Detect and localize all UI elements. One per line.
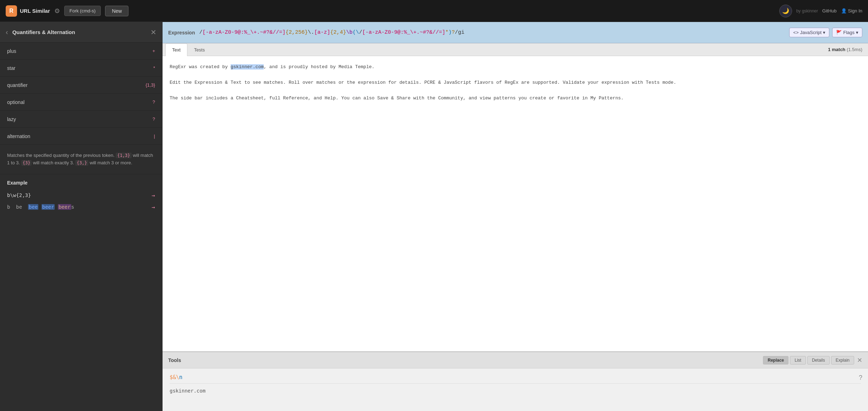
dark-mode-button[interactable]: 🌙 xyxy=(779,5,792,17)
example-section: Example b\w{2,3} → b be bee beer beer s … xyxy=(0,174,162,218)
flags-label: Flags xyxy=(843,30,855,35)
text-tabs: Text Tests 1 match (1.5ms) xyxy=(163,43,868,56)
sidebar-item-badge: + xyxy=(152,48,155,54)
sidebar: ‹ Quantifiers & Alternation ✕ plus + sta… xyxy=(0,22,163,411)
sidebar-item-label: plus xyxy=(7,48,152,54)
sidebar-item-alternation[interactable]: alternation | xyxy=(0,128,162,145)
code-3: {3,} xyxy=(75,160,88,166)
match-s: s xyxy=(71,204,74,210)
sidebar-header: ‹ Quantifiers & Alternation ✕ xyxy=(0,22,162,43)
tools-result: gskinner.com xyxy=(170,383,861,394)
expr-slash-open: / xyxy=(199,29,202,35)
expr-word-boundary: \b xyxy=(346,29,353,35)
description-text: Matches the specified quantity of the pr… xyxy=(7,153,153,165)
match-space2 xyxy=(55,204,57,210)
sidebar-description: Matches the specified quantity of the pr… xyxy=(0,145,162,174)
tab-tests[interactable]: Tests xyxy=(187,43,211,56)
example-arrow-icon[interactable]: → xyxy=(152,192,155,199)
logo-icon: R xyxy=(6,5,17,17)
expr-quant-2: {2,4} xyxy=(330,29,346,35)
sidebar-item-plus[interactable]: plus + xyxy=(0,43,162,60)
match-count: 1 match (1.5ms) xyxy=(828,47,868,52)
right-panel: Expression /[-a-zA-Z0-9@:%_\+.~#?&//=]{2… xyxy=(163,22,868,411)
tool-replace-button[interactable]: Replace xyxy=(763,356,789,365)
n-char: n xyxy=(179,374,182,380)
by-text: by gskinner xyxy=(796,9,818,13)
text-panel: Text Tests 1 match (1.5ms) RegExr was cr… xyxy=(163,43,868,351)
expression-display[interactable]: /[-a-zA-Z0-9@:%_\+.~#?&//=]{2,256}\.[a-z… xyxy=(199,29,785,35)
sidebar-item-label: quantifier xyxy=(7,82,145,88)
match-word-b: b be xyxy=(7,204,28,210)
app-name: URL Similar xyxy=(20,8,50,14)
expression-label: Expression xyxy=(168,30,195,35)
sidebar-item-badge: ? xyxy=(153,116,155,122)
tools-header: Tools Replace List Details Explain ✕ xyxy=(163,352,868,368)
sidebar-item-label: optional xyxy=(7,99,153,105)
sidebar-close-button[interactable]: ✕ xyxy=(150,28,156,37)
expression-flags: <> JavaScript ▾ 🚩 Flags ▾ xyxy=(789,28,862,37)
tools-body: $&\n ? gskinner.com xyxy=(163,368,868,411)
lang-chevron-icon: ▾ xyxy=(823,30,825,35)
example-expr-text: b\w{2,3} xyxy=(7,192,31,198)
tool-list-button[interactable]: List xyxy=(790,356,806,365)
text-match: gskinner.com xyxy=(231,64,264,70)
expression-bar: Expression /[-a-zA-Z0-9@:%_\+.~#?&//=]{2… xyxy=(163,22,868,43)
app-logo: R URL Similar xyxy=(6,5,50,17)
sidebar-item-badge: {1,3} xyxy=(145,82,155,88)
sidebar-item-badge: | xyxy=(154,133,155,139)
text-content-area[interactable]: RegExr was created by gskinner.com, and … xyxy=(163,56,868,351)
expr-charset: [-a-zA-Z0-9@:%_\+.~#?&//=] xyxy=(203,29,286,35)
match-highlight-bee: bee xyxy=(28,204,38,210)
tools-close-button[interactable]: ✕ xyxy=(857,356,862,364)
sidebar-back-button[interactable]: ‹ xyxy=(6,28,8,36)
tools-panel: Tools Replace List Details Explain ✕ $&\… xyxy=(163,351,868,411)
example-expression: b\w{2,3} → xyxy=(7,191,155,200)
flags-chevron-icon: ▾ xyxy=(856,30,858,35)
match-highlight-beers-partial: beer xyxy=(58,204,71,210)
sign-in-button[interactable]: 👤 Sign In xyxy=(841,8,862,13)
new-button[interactable]: New xyxy=(105,6,128,16)
sidebar-list: plus + star * quantifier {1,3} optional … xyxy=(0,43,162,145)
sidebar-item-star[interactable]: star * xyxy=(0,60,162,77)
expr-group-open: (\ xyxy=(353,29,359,35)
sidebar-title: Quantifiers & Alternation xyxy=(12,29,150,35)
fork-button[interactable]: Fork (cmd-s) xyxy=(64,6,101,16)
code-2: {3} xyxy=(21,160,32,166)
sidebar-item-quantifier[interactable]: quantifier {1,3} xyxy=(0,77,162,94)
expr-group-close: ) xyxy=(449,29,452,35)
tools-result-text: gskinner.com xyxy=(170,388,205,394)
match-highlight-beer: beer xyxy=(42,204,55,210)
expr-charset-3: [-a-zA-Z0-9@:%_\+.~#?&//=] xyxy=(362,29,445,35)
top-navigation: R URL Similar ⚙ Fork (cmd-s) New 🌙 by gs… xyxy=(0,0,868,22)
tool-explain-button[interactable]: Explain xyxy=(831,356,854,365)
tools-buttons: Replace List Details Explain xyxy=(763,356,854,365)
sidebar-item-lazy[interactable]: lazy ? xyxy=(0,111,162,128)
main-content: ‹ Quantifiers & Alternation ✕ plus + sta… xyxy=(0,22,868,411)
flags-button[interactable]: 🚩 Flags ▾ xyxy=(832,28,862,37)
sidebar-item-badge: * xyxy=(153,65,155,71)
match-count-number: 1 match xyxy=(828,47,845,52)
gear-icon[interactable]: ⚙ xyxy=(54,7,60,15)
expr-slash-close: /gi xyxy=(455,29,465,35)
tools-label: Tools xyxy=(168,357,763,363)
sidebar-item-optional[interactable]: optional ? xyxy=(0,94,162,111)
sidebar-item-label: alternation xyxy=(7,133,154,139)
expr-dot-escape: \. xyxy=(308,29,314,35)
expr-quant-3: * xyxy=(445,29,449,35)
backslash-n: \ xyxy=(176,374,179,380)
sidebar-item-label: lazy xyxy=(7,116,153,122)
help-button[interactable]: ? xyxy=(859,374,862,382)
example-arrow-icon-2[interactable]: → xyxy=(152,204,155,210)
ampersand-sign: & xyxy=(173,374,176,380)
user-icon: 👤 xyxy=(841,8,847,13)
language-selector[interactable]: <> JavaScript ▾ xyxy=(789,28,829,37)
expr-charset-2: [a-z] xyxy=(314,29,330,35)
tools-expression[interactable]: $&\n xyxy=(170,374,861,380)
tab-text[interactable]: Text xyxy=(165,43,187,56)
github-link[interactable]: GitHub xyxy=(822,8,836,13)
language-label: JavaScript xyxy=(800,30,822,35)
expr-optional: ? xyxy=(452,29,455,35)
tool-details-button[interactable]: Details xyxy=(807,356,830,365)
match-space xyxy=(38,204,41,210)
example-matches: b be bee beer beer s → xyxy=(7,202,155,212)
